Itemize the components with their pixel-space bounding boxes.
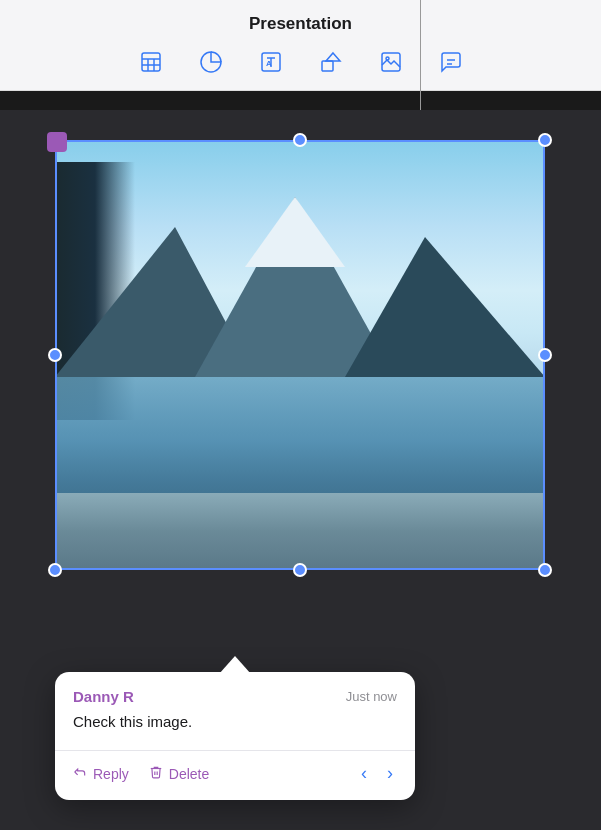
reply-label: Reply [93,766,129,782]
comment-text: Check this image. [73,711,397,732]
comment-icon[interactable] [435,46,467,78]
comment-author: Danny R [73,688,134,705]
svg-rect-9 [322,61,333,71]
comment-time: Just now [346,689,397,704]
comment-header: Danny R Just now [73,688,397,705]
next-comment-button[interactable]: › [383,761,397,786]
svg-text:A: A [266,59,272,68]
handle-top-right[interactable] [538,133,552,147]
shapes-icon[interactable] [315,46,347,78]
canvas-area: Danny R Just now Check this image. Reply [0,110,601,830]
handle-bottom-center[interactable] [293,563,307,577]
delete-button[interactable]: Delete [149,761,209,786]
handle-middle-left[interactable] [48,348,62,362]
presentation-title: Presentation [249,14,352,34]
toolbar-icons: A [135,46,467,78]
mountain-right [345,237,545,377]
image-container[interactable] [55,140,545,570]
table-icon[interactable] [135,46,167,78]
handle-bottom-right[interactable] [538,563,552,577]
handle-top-center[interactable] [293,133,307,147]
selected-image [55,140,545,570]
delete-icon [149,765,163,782]
handle-bottom-left[interactable] [48,563,62,577]
prev-comment-button[interactable]: ‹ [357,761,371,786]
delete-label: Delete [169,766,209,782]
connector-line [420,0,421,110]
image-background [55,140,545,570]
nav-arrows: ‹ › [357,761,397,786]
handle-middle-right[interactable] [538,348,552,362]
chart-icon[interactable] [195,46,227,78]
water-reflection [55,377,545,506]
annotation-pin [47,132,67,152]
mountain-snow [245,197,345,267]
comment-actions: Reply Delete ‹ [73,761,397,786]
comment-popup: Danny R Just now Check this image. Reply [55,672,415,800]
action-buttons-left: Reply Delete [73,761,209,786]
text-icon[interactable]: A [255,46,287,78]
foreground-ice [55,493,545,570]
image-icon[interactable] [375,46,407,78]
toolbar: Presentation A [0,0,601,91]
reply-icon [73,765,87,782]
svg-rect-0 [142,53,160,71]
comment-divider [55,750,415,751]
reply-button[interactable]: Reply [73,761,129,786]
